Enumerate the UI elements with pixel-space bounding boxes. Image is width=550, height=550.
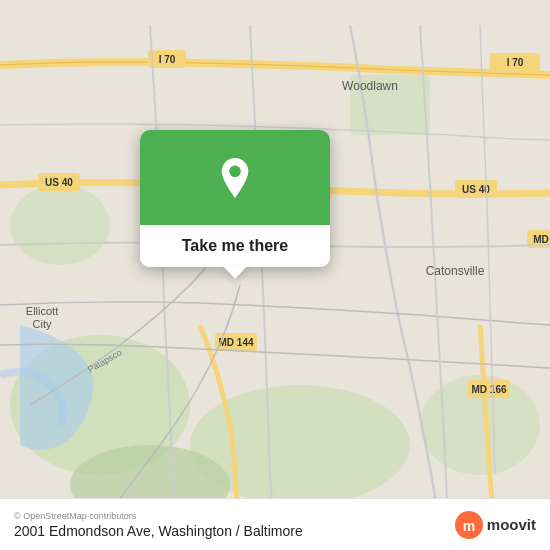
svg-text:MD 166: MD 166 [471, 384, 506, 395]
svg-text:MD: MD [533, 234, 549, 245]
map-svg: I 70 I 70 US 40 US 40 MD 144 MD 166 MD [0, 0, 550, 550]
svg-point-3 [10, 185, 110, 265]
svg-point-25 [229, 165, 241, 177]
svg-text:I 70: I 70 [507, 57, 524, 68]
svg-text:Ellicott: Ellicott [26, 305, 58, 317]
bottom-bar: © OpenStreetMap contributors 2001 Edmond… [0, 498, 550, 550]
svg-text:City: City [33, 318, 52, 330]
take-me-there-button[interactable]: Take me there [140, 225, 330, 267]
bottom-left-info: © OpenStreetMap contributors 2001 Edmond… [14, 511, 303, 539]
moovit-label: moovit [487, 516, 536, 533]
moovit-logo: m moovit [455, 511, 536, 539]
svg-text:Woodlawn: Woodlawn [342, 79, 398, 93]
svg-text:m: m [463, 518, 475, 534]
address-text: 2001 Edmondson Ave, Washington / Baltimo… [14, 523, 303, 539]
location-pin-icon [215, 158, 255, 198]
svg-text:MD 144: MD 144 [218, 337, 253, 348]
copyright-text: © OpenStreetMap contributors [14, 511, 303, 521]
svg-text:Catonsville: Catonsville [426, 264, 485, 278]
svg-text:I 70: I 70 [159, 54, 176, 65]
map-container: I 70 I 70 US 40 US 40 MD 144 MD 166 MD [0, 0, 550, 550]
popup-card: Take me there [140, 130, 330, 267]
popup-map-area [140, 130, 330, 225]
svg-text:US 40: US 40 [45, 177, 73, 188]
moovit-icon: m [455, 511, 483, 539]
